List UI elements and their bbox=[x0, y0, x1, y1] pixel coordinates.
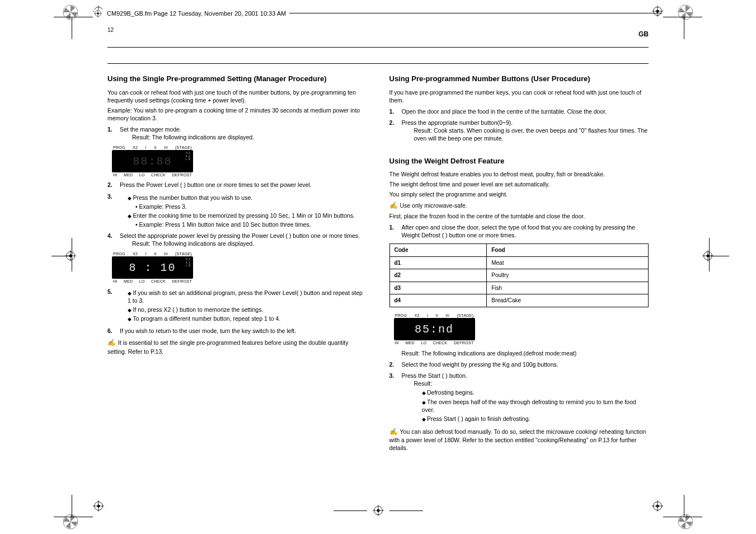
lcd-label: II bbox=[154, 145, 157, 150]
lcd-label: III bbox=[445, 313, 449, 318]
lcd-label: CHECK bbox=[433, 340, 448, 345]
lcd-label: III bbox=[164, 145, 168, 150]
lcd-label: X2 bbox=[133, 145, 138, 150]
lcd-label: HI bbox=[113, 279, 118, 284]
language-label: GB bbox=[638, 30, 649, 38]
crop-mark bbox=[663, 517, 702, 517]
right-note2: Use only microwave-safe. bbox=[400, 202, 467, 209]
lcd-label: HI bbox=[113, 172, 118, 177]
left-step5-a: If you wish to set an additional program… bbox=[128, 289, 367, 305]
registration-mark-icon bbox=[652, 500, 663, 512]
left-column: Using the Single Pre-programmed Setting … bbox=[107, 74, 367, 455]
lcd-side-label: LB bbox=[186, 265, 191, 268]
right-step2-result: Result: Cook starts. When cooking is ove… bbox=[414, 127, 649, 142]
left-step-6: If you wish to return to the user mode, … bbox=[120, 327, 296, 335]
table-row: d3Fish bbox=[389, 282, 649, 294]
lcd-label: PROG bbox=[113, 251, 125, 256]
crop-mark bbox=[72, 17, 72, 39]
lcd-value: 85:nd bbox=[415, 322, 454, 337]
lcd-value: 88:88 bbox=[133, 154, 172, 169]
document-page: 12 GB Using the Single Pre-programmed Se… bbox=[107, 27, 649, 500]
lcd-label: (STAGE) bbox=[175, 145, 192, 150]
mid-registration-mark bbox=[691, 243, 702, 257]
lcd-label: MED bbox=[124, 172, 133, 177]
right-p3: First, place the frozen food in the cent… bbox=[389, 212, 649, 220]
crop-mark bbox=[684, 495, 684, 517]
print-color-wheel-icon bbox=[678, 4, 693, 20]
lcd-label: MED bbox=[124, 279, 133, 284]
right-defrost-step-2: Select the food weight by pressing the K… bbox=[402, 360, 558, 368]
left-step3-example2: Example: Press 1 Min button twice and 10… bbox=[135, 221, 355, 228]
lcd-label: LO bbox=[139, 279, 145, 284]
crop-mark bbox=[663, 17, 702, 17]
right-defrost-result-1: Result: The following indications are di… bbox=[402, 349, 649, 357]
left-step5-b: If no, press X2 ( ) button to memorize t… bbox=[128, 306, 367, 313]
left-note: It is essential to set the single pre-pr… bbox=[107, 339, 349, 354]
lcd-label: X2 bbox=[133, 251, 138, 256]
left-step-2: Press the Power Level ( ) button one or … bbox=[120, 181, 312, 189]
lcd-label: DEFROST bbox=[454, 340, 474, 345]
right-p2a: The Weight defrost feature enables you t… bbox=[389, 170, 649, 178]
lcd-display-illustration: PROG X2 I II III (STAGE) 8 : 10 OZ KG LB bbox=[112, 251, 193, 284]
left-step3-example: Example: Press 3. bbox=[135, 203, 355, 210]
lcd-label: CHECK bbox=[151, 172, 166, 177]
lcd-label: LO bbox=[421, 340, 426, 345]
lcd-label: II bbox=[436, 313, 439, 318]
right-column: Using Pre-programmed Number Buttons (Use… bbox=[389, 74, 649, 455]
crop-mark bbox=[72, 495, 72, 517]
right-defrost-step-3: Press the Start ( ) button. bbox=[402, 372, 467, 379]
file-header: CM929B_GB.fm Page 12 Tuesday, November 2… bbox=[94, 8, 662, 18]
lcd-label: (STAGE) bbox=[457, 313, 473, 318]
mid-registration-mark bbox=[54, 243, 65, 257]
left-step5-c: To program a different number button, re… bbox=[128, 315, 367, 322]
left-step4-result: Result: The following indications are di… bbox=[132, 240, 360, 247]
left-step3-a: Press the number button that you wish to… bbox=[128, 194, 355, 202]
lcd-label: PROG bbox=[113, 145, 125, 150]
crop-mark bbox=[54, 517, 93, 517]
lcd-label: HI bbox=[395, 340, 400, 345]
left-step1-result: Result: The following indications are di… bbox=[132, 133, 254, 141]
left-step-1: Set the manager mode. bbox=[120, 126, 181, 133]
lcd-value: 8 : 10 bbox=[129, 260, 176, 275]
right-result-c: The oven beeps half of the way through d… bbox=[422, 398, 649, 414]
crop-mark bbox=[684, 17, 684, 39]
lcd-label: X2 bbox=[415, 313, 420, 318]
note-icon: ✍ bbox=[107, 339, 116, 346]
registration-mark-icon bbox=[93, 500, 104, 512]
left-step3-b: Enter the cooking time to be memorized b… bbox=[128, 212, 355, 219]
defrost-codes-table: Code Food d1Meat d2Poultry d3Fish d4Brea… bbox=[389, 243, 649, 307]
note-icon: ✍ bbox=[389, 428, 398, 435]
right-note3: You can also defrost food manually. To d… bbox=[389, 428, 646, 451]
horizontal-rule bbox=[107, 47, 649, 48]
right-defrost-step-1: After open and close the door, select th… bbox=[402, 223, 649, 239]
right-step-1: Open the door and place the food in the … bbox=[402, 107, 607, 115]
right-heading-2: Using the Weight Defrost Feature bbox=[389, 156, 649, 166]
right-p2c: You simply select the programme and weig… bbox=[389, 190, 649, 198]
lcd-label: MED bbox=[405, 340, 414, 345]
lcd-label: DEFROST bbox=[172, 172, 192, 177]
page-number: 12 bbox=[107, 27, 114, 33]
right-step-2: Press the appropriate number button(0~9)… bbox=[402, 119, 513, 126]
lcd-side-label: LB bbox=[186, 158, 191, 162]
table-header-food: Food bbox=[487, 244, 649, 257]
lcd-label: III bbox=[164, 251, 168, 256]
crop-mark bbox=[54, 17, 93, 17]
table-row: d4Bread/Cake bbox=[389, 294, 649, 307]
lcd-display-illustration: PROG X2 I II III (STAGE) 85:nd HI MED LO… bbox=[394, 313, 475, 346]
lcd-label: PROG bbox=[395, 313, 407, 318]
right-result-b: Defrosting begins. bbox=[422, 388, 649, 396]
right-intro-1: If you have pre-programmed the number ke… bbox=[389, 88, 649, 104]
print-color-wheel-icon bbox=[63, 4, 78, 20]
left-step-4: Select the appropriate power level by pr… bbox=[120, 232, 360, 239]
file-header-text: CM929B_GB.fm Page 12 Tuesday, November 2… bbox=[107, 10, 286, 17]
note-icon: ✍ bbox=[389, 202, 398, 209]
lcd-display-illustration: PROG X2 I II III (STAGE) 88:88 OZ KG LB bbox=[112, 145, 193, 178]
right-result-d: Press Start ( ) again to finish defrosti… bbox=[422, 415, 649, 423]
right-p2b: The weight defrost time and power level … bbox=[389, 180, 649, 188]
lcd-label: I bbox=[427, 313, 428, 318]
lcd-label: CHECK bbox=[151, 279, 166, 284]
center-registration-mark bbox=[373, 505, 384, 518]
left-intro-1: You can cook or reheat food with just on… bbox=[107, 88, 367, 104]
right-heading-1: Using Pre-programmed Number Buttons (Use… bbox=[389, 74, 649, 84]
lcd-label: DEFROST bbox=[172, 279, 192, 284]
